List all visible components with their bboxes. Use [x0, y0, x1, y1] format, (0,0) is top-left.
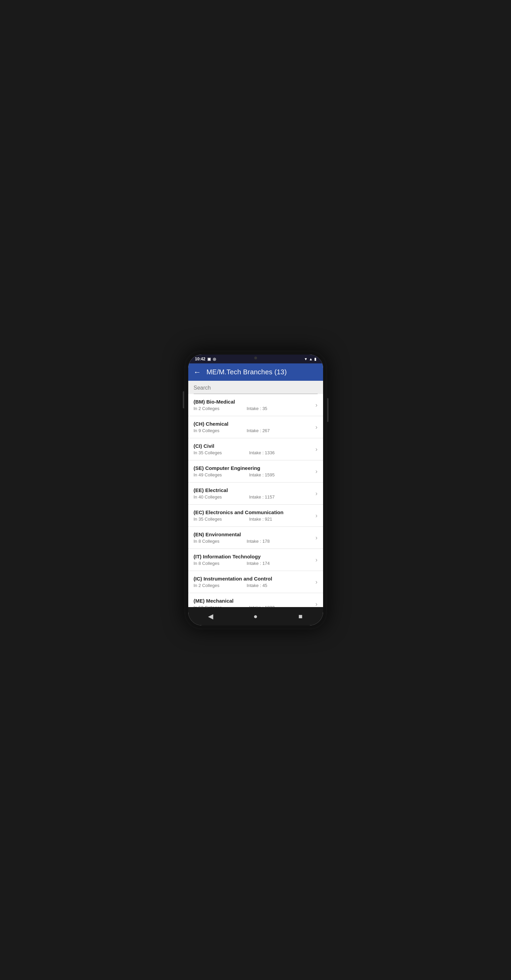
- list-item-content: (EC) Electronics and CommunicationIn 35 …: [194, 509, 313, 522]
- list-item-content: (SE) Computer EngineeringIn 49 CollegesI…: [194, 465, 313, 477]
- list-item[interactable]: (IT) Information TechnologyIn 8 Colleges…: [188, 549, 323, 571]
- branch-subtitle: In 35 CollegesIntake : 921: [194, 517, 313, 522]
- wifi-icon: ▼: [304, 357, 308, 361]
- chevron-right-icon: ›: [315, 534, 318, 541]
- list-item[interactable]: (ME) MechanicalIn 53 CollegesIntake : 18…: [188, 593, 323, 607]
- search-bar: [188, 381, 323, 394]
- list-item-content: (EE) ElectricalIn 40 CollegesIntake : 11…: [194, 487, 313, 500]
- list-item[interactable]: (EC) Electronics and CommunicationIn 35 …: [188, 504, 323, 527]
- branch-title: (IC) Instrumentation and Control: [194, 576, 313, 582]
- branch-colleges: In 49 Colleges: [194, 472, 222, 477]
- branch-intake: Intake : 1595: [249, 472, 275, 477]
- volume-button: [183, 391, 184, 408]
- screen: 10:42 ▣ ◎ ▼ ▲ ▮ ← ME/M.Tech Branches (13…: [188, 355, 323, 625]
- branch-intake: Intake : 45: [247, 583, 267, 588]
- app-bar: ← ME/M.Tech Branches (13): [188, 363, 323, 381]
- branch-colleges: In 35 Colleges: [194, 517, 222, 522]
- branch-colleges: In 35 Colleges: [194, 450, 222, 455]
- list-item[interactable]: (SE) Computer EngineeringIn 49 CollegesI…: [188, 460, 323, 482]
- chevron-right-icon: ›: [315, 401, 318, 409]
- back-button[interactable]: ←: [194, 369, 201, 376]
- list-item[interactable]: (CI) CivilIn 35 CollegesIntake : 1336›: [188, 438, 323, 460]
- list-item-content: (BM) Bio-MedicalIn 2 CollegesIntake : 35: [194, 399, 313, 411]
- branch-subtitle: In 2 CollegesIntake : 35: [194, 406, 313, 411]
- branch-subtitle: In 2 CollegesIntake : 45: [194, 583, 313, 588]
- chevron-right-icon: ›: [315, 601, 318, 608]
- chevron-right-icon: ›: [315, 512, 318, 519]
- branch-title: (EE) Electrical: [194, 487, 313, 493]
- list-item-content: (ME) MechanicalIn 53 CollegesIntake : 18…: [194, 598, 313, 607]
- power-button: [327, 398, 328, 422]
- list-item[interactable]: (EE) ElectricalIn 40 CollegesIntake : 11…: [188, 482, 323, 504]
- branch-intake: Intake : 267: [247, 428, 270, 433]
- list-item-content: (CH) ChemicalIn 9 CollegesIntake : 267: [194, 421, 313, 433]
- search-input[interactable]: [194, 385, 318, 394]
- chevron-right-icon: ›: [315, 490, 318, 497]
- time-display: 10:42: [195, 356, 205, 361]
- branch-intake: Intake : 35: [247, 406, 267, 411]
- chevron-right-icon: ›: [315, 468, 318, 475]
- list-item[interactable]: (CH) ChemicalIn 9 CollegesIntake : 267›: [188, 416, 323, 438]
- branches-list: (BM) Bio-MedicalIn 2 CollegesIntake : 35…: [188, 394, 323, 607]
- branch-subtitle: In 8 CollegesIntake : 178: [194, 539, 313, 544]
- branch-intake: Intake : 1157: [249, 495, 275, 500]
- list-item-content: (EN) EnvironmentalIn 8 CollegesIntake : …: [194, 531, 313, 544]
- branch-colleges: In 40 Colleges: [194, 495, 222, 500]
- list-item[interactable]: (EN) EnvironmentalIn 8 CollegesIntake : …: [188, 527, 323, 549]
- location-icon: ◎: [213, 357, 216, 361]
- branch-title: (ME) Mechanical: [194, 598, 313, 604]
- chevron-right-icon: ›: [315, 579, 318, 585]
- branch-title: (CH) Chemical: [194, 421, 313, 427]
- battery-icon: ▮: [314, 357, 316, 361]
- camera: [254, 356, 257, 360]
- branch-subtitle: In 49 CollegesIntake : 1595: [194, 472, 313, 477]
- list-item-content: (CI) CivilIn 35 CollegesIntake : 1336: [194, 443, 313, 455]
- status-left: 10:42 ▣ ◎: [195, 356, 216, 361]
- branch-intake: Intake : 178: [247, 539, 270, 544]
- branch-subtitle: In 40 CollegesIntake : 1157: [194, 495, 313, 500]
- branch-colleges: In 9 Colleges: [194, 428, 220, 433]
- branch-title: (BM) Bio-Medical: [194, 399, 313, 404]
- branch-subtitle: In 9 CollegesIntake : 267: [194, 428, 313, 433]
- app-bar-title: ME/M.Tech Branches (13): [207, 368, 287, 376]
- branch-colleges: In 2 Colleges: [194, 406, 220, 411]
- nav-recents-button[interactable]: ■: [294, 611, 307, 621]
- branch-colleges: In 8 Colleges: [194, 561, 220, 566]
- branch-title: (EN) Environmental: [194, 531, 313, 537]
- branch-intake: Intake : 1336: [249, 450, 275, 455]
- nav-bar: ◀ ● ■: [188, 607, 323, 625]
- sim-icon: ▣: [207, 357, 211, 361]
- branch-title: (CI) Civil: [194, 443, 313, 449]
- branch-title: (SE) Computer Engineering: [194, 465, 313, 471]
- nav-back-button[interactable]: ◀: [204, 611, 218, 621]
- list-item[interactable]: (BM) Bio-MedicalIn 2 CollegesIntake : 35…: [188, 394, 323, 416]
- branch-title: (IT) Information Technology: [194, 554, 313, 559]
- chevron-right-icon: ›: [315, 424, 318, 431]
- branch-intake: Intake : 174: [247, 561, 270, 566]
- list-item-content: (IT) Information TechnologyIn 8 Colleges…: [194, 554, 313, 566]
- branch-subtitle: In 8 CollegesIntake : 174: [194, 561, 313, 566]
- status-right: ▼ ▲ ▮: [304, 357, 316, 361]
- branch-colleges: In 8 Colleges: [194, 539, 220, 544]
- phone-frame: 10:42 ▣ ◎ ▼ ▲ ▮ ← ME/M.Tech Branches (13…: [184, 350, 327, 630]
- list-item[interactable]: (IC) Instrumentation and ControlIn 2 Col…: [188, 571, 323, 593]
- branch-colleges: In 2 Colleges: [194, 583, 220, 588]
- branch-title: (EC) Electronics and Communication: [194, 509, 313, 515]
- chevron-right-icon: ›: [315, 556, 318, 563]
- branch-intake: Intake : 921: [249, 517, 272, 522]
- list-item-content: (IC) Instrumentation and ControlIn 2 Col…: [194, 576, 313, 588]
- chevron-right-icon: ›: [315, 446, 318, 453]
- branch-subtitle: In 35 CollegesIntake : 1336: [194, 450, 313, 455]
- nav-home-button[interactable]: ●: [249, 611, 263, 621]
- signal-icon: ▲: [309, 357, 313, 361]
